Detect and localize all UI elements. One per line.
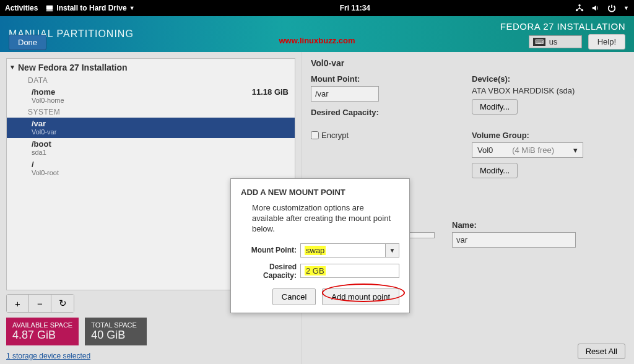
available-space-label: AVAILABLE SPACE [12,321,72,329]
chevron-down-icon: ▼ [9,64,15,71]
partition-row-var[interactable]: /var Vol0-var [7,118,295,138]
desired-capacity-label: Desired Capacity: [311,108,459,117]
devices-value: ATA VBOX HARDDISK (sda) [472,86,625,95]
keyboard-layout-selector[interactable]: ⌨ us [529,35,582,48]
modify-devices-button[interactable]: Modify... [472,99,518,115]
done-button[interactable]: Done [9,35,46,50]
activities-button[interactable]: Activities [5,4,38,12]
encrypt-label: Encrypt [321,131,349,140]
dialog-mount-point-combo[interactable]: swap ▼ [300,243,399,258]
gnome-top-panel: Activities Install to Hard Drive ▼ Fri 1… [0,0,634,16]
svg-rect-1 [46,11,53,12]
chevron-down-icon: ▾ [573,145,578,155]
devices-label: Device(s): [472,74,625,84]
add-mount-point-dialog: ADD A NEW MOUNT POINT More customization… [230,178,410,313]
dialog-title: ADD A NEW MOUNT POINT [241,188,399,197]
remove-partition-button[interactable]: − [29,295,51,312]
installer-header: MANUAL PARTITIONING Done www.linuxbuzz.c… [0,16,634,52]
storage-devices-link[interactable]: 1 storage device selected [6,352,295,360]
network-icon[interactable] [575,4,584,12]
total-space-value: 40 GiB [91,329,141,342]
clock[interactable]: Fri 11:34 [135,4,575,12]
partition-mountpoint: / [32,160,59,169]
section-data: DATA [7,75,295,86]
modify-vg-button[interactable]: Modify... [472,163,518,178]
section-system: SYSTEM [7,106,295,118]
partition-mountpoint: /home [32,87,64,97]
name-field-label: Name: [452,220,576,230]
power-icon[interactable] [607,4,616,12]
partition-mountpoint: /boot [32,139,51,149]
mount-point-field[interactable]: /var [311,86,379,102]
app-menu[interactable]: Install to Hard Drive ▼ [45,4,134,12]
available-space-value: 4.87 GiB [12,329,72,342]
partition-mountpoint: /var [32,119,56,128]
chevron-down-icon: ▼ [623,5,629,11]
dialog-capacity-label: Desired Capacity: [241,262,300,280]
dialog-description: More customization options are available… [252,203,393,235]
app-menu-label: Install to Hard Drive [56,4,126,12]
help-button[interactable]: Help! [588,34,625,50]
add-partition-button[interactable]: + [7,295,29,312]
partition-row-home[interactable]: /home Vol0-home 11.18 GiB [7,86,295,106]
available-space-box: AVAILABLE SPACE 4.87 GiB [6,318,79,345]
chevron-down-icon[interactable]: ▼ [386,243,399,258]
partition-device: Vol0-root [32,169,59,176]
svg-rect-0 [46,6,53,10]
total-space-box: TOTAL SPACE 40 GiB [85,318,147,345]
partition-device: sda1 [32,149,51,156]
dialog-mount-point-value[interactable]: swap [300,243,386,258]
detail-title: Vol0-var [311,58,625,68]
reset-all-button[interactable]: Reset All [578,344,625,359]
partition-size: 11.18 GiB [252,87,289,104]
cancel-button[interactable]: Cancel [272,288,316,305]
volume-icon[interactable] [591,4,600,12]
product-title: FEDORA 27 INSTALLATION [500,21,625,32]
partition-toolbar: + − ↻ [6,294,74,313]
svg-point-2 [578,4,581,7]
partition-row-root[interactable]: / Vol0-root [7,158,295,179]
drive-icon [45,4,54,12]
volume-group-label: Volume Group: [472,131,625,140]
partition-row-boot[interactable]: /boot sda1 [7,138,295,158]
keyboard-icon: ⌨ [533,38,545,46]
encrypt-checkbox[interactable]: Encrypt [311,131,459,140]
mount-point-label: Mount Point: [311,74,459,84]
keyboard-layout-label: us [549,37,558,46]
activities-label: Activities [5,4,38,12]
install-tree-title[interactable]: ▼ New Fedora 27 Installation [7,59,295,75]
total-space-label: TOTAL SPACE [91,321,141,329]
volume-group-name: Vol0 [477,145,493,155]
dialog-capacity-field[interactable]: 2 GB [300,264,399,278]
chevron-down-icon: ▼ [129,5,135,11]
volume-group-free: (4 MiB free) [512,145,554,155]
install-title-label: New Fedora 27 Installation [18,63,128,72]
partition-device: Vol0-var [32,128,56,136]
site-url: www.linuxbuzz.com [279,36,355,45]
encrypt-checkbox-input[interactable] [311,131,319,139]
refresh-button[interactable]: ↻ [51,295,74,312]
dialog-mount-point-label: Mount Point: [241,246,300,254]
volume-group-selector[interactable]: Vol0 (4 MiB free) ▾ [472,142,583,158]
partition-device: Vol0-home [32,97,64,104]
name-field[interactable]: var [452,232,576,248]
add-mount-point-button[interactable]: Add mount point [322,288,399,305]
